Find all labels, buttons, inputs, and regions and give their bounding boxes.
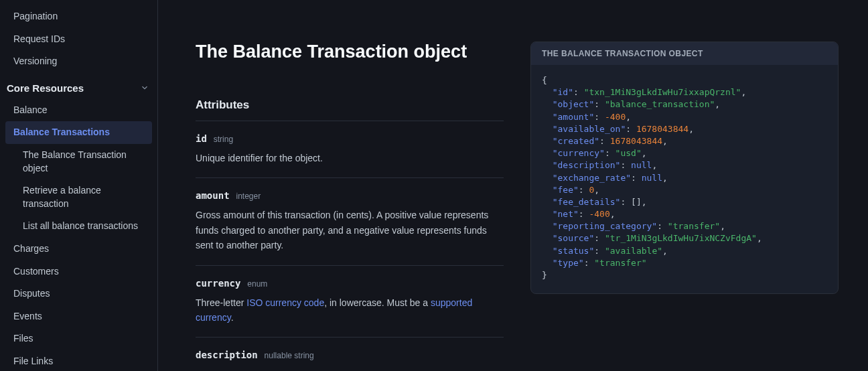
nav-sub-balance-transaction-object[interactable]: The Balance Transaction object	[0, 144, 157, 179]
nav-pagination[interactable]: Pagination	[0, 5, 157, 28]
attr-id: id string Unique identifier for the obje…	[196, 133, 504, 178]
attr-name: amount	[196, 190, 230, 201]
attr-name: description	[196, 350, 258, 360]
page-title: The Balance Transaction object	[196, 42, 504, 62]
nav-disputes[interactable]: Disputes	[0, 283, 157, 305]
nav-balance-transactions[interactable]: Balance Transactions	[5, 121, 152, 144]
attr-desc: Gross amount of this transaction (in cen…	[196, 208, 504, 252]
nav-events[interactable]: Events	[0, 305, 157, 328]
attr-name: id	[196, 133, 207, 144]
nav-versioning[interactable]: Versioning	[0, 50, 157, 73]
attr-type: nullable string	[265, 351, 314, 360]
attr-name: currency	[196, 278, 240, 289]
attr-description: description nullable string	[196, 350, 504, 371]
attr-type: enum	[247, 279, 267, 289]
nav-customers[interactable]: Customers	[0, 261, 157, 283]
code-panel: THE BALANCE TRANSACTION OBJECT { "id": "…	[530, 42, 839, 371]
code-box: THE BALANCE TRANSACTION OBJECT { "id": "…	[530, 42, 839, 294]
nav-request-ids[interactable]: Request IDs	[0, 28, 157, 51]
attr-type: string	[214, 135, 233, 144]
chevron-down-icon	[140, 83, 149, 92]
link-iso-currency-code[interactable]: ISO currency code	[246, 297, 324, 308]
doc-content: The Balance Transaction object Attribute…	[196, 42, 504, 371]
nav-charges[interactable]: Charges	[0, 238, 157, 261]
nav-balance[interactable]: Balance	[0, 99, 157, 122]
code-title: THE BALANCE TRANSACTION OBJECT	[531, 42, 838, 65]
section-label: Core Resources	[7, 82, 84, 94]
nav-sub-list-balance-transactions[interactable]: List all balance transactions	[0, 215, 157, 238]
attr-desc: Three-letter ISO currency code, in lower…	[196, 295, 504, 325]
sidebar: Pagination Request IDs Versioning Core R…	[0, 0, 158, 371]
attr-currency: currency enum Three-letter ISO currency …	[196, 278, 504, 338]
attr-desc: Unique identifier for the object.	[196, 151, 504, 165]
nav-sub-retrieve-balance-transaction[interactable]: Retrieve a balance transaction	[0, 179, 157, 215]
attr-amount: amount integer Gross amount of this tran…	[196, 190, 504, 265]
main-content: The Balance Transaction object Attribute…	[158, 0, 868, 371]
nav-files[interactable]: Files	[0, 327, 157, 350]
attributes-heading: Attributes	[196, 98, 504, 121]
nav-file-links[interactable]: File Links	[0, 350, 157, 371]
nav-section-core-resources[interactable]: Core Resources	[0, 77, 157, 99]
code-sample: { "id": "txn_1MiN3gLkdIwHu7ixxapQrznl", …	[531, 65, 838, 293]
attr-type: integer	[236, 192, 261, 201]
